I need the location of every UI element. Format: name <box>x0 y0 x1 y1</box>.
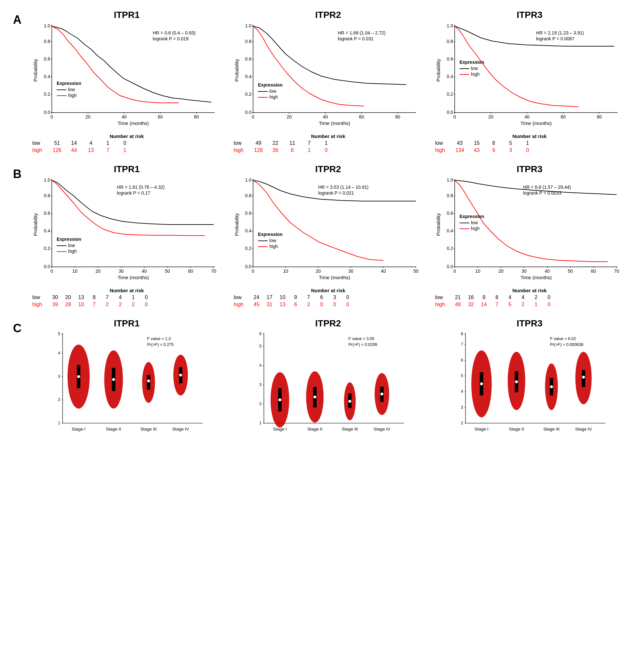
svg-text:Time (months): Time (months) <box>118 120 149 126</box>
svg-text:3: 3 <box>58 374 60 378</box>
plot-title-b-itpr1: ITPR1 <box>114 164 140 175</box>
plot-title-a-itpr1: ITPR1 <box>114 10 140 20</box>
svg-text:Probability: Probability <box>234 213 239 236</box>
svg-text:F value = 3.05: F value = 3.05 <box>349 337 375 341</box>
svg-text:1.0: 1.0 <box>44 177 50 182</box>
svg-point-303 <box>582 375 585 378</box>
plot-b-itpr2: ITPR2 0.0 0.2 0.4 0.6 0.8 1.0 <box>231 164 425 309</box>
svg-text:20: 20 <box>488 114 493 119</box>
svg-text:low: low <box>471 66 478 71</box>
svg-point-260 <box>278 398 281 401</box>
svg-text:HR = 1.81 (0.76 – 4.32): HR = 1.81 (0.76 – 4.32) <box>117 184 165 190</box>
svg-text:Time (months): Time (months) <box>319 275 350 280</box>
svg-text:Stage I: Stage I <box>273 426 287 431</box>
svg-text:Stage I: Stage I <box>72 426 85 431</box>
svg-text:1: 1 <box>58 420 60 425</box>
svg-text:40: 40 <box>121 114 127 119</box>
svg-text:0.6: 0.6 <box>245 56 252 61</box>
svg-text:Expression: Expression <box>258 232 282 237</box>
svg-text:low: low <box>68 243 75 248</box>
svg-text:5: 5 <box>461 374 463 378</box>
svg-text:logrank P = 0.021: logrank P = 0.021 <box>318 190 354 196</box>
svg-text:Probability: Probability <box>234 59 239 82</box>
svg-text:high: high <box>68 93 76 98</box>
violin-svg-c-itpr2: 1 2 3 4 5 6 F value = 3.05 Pr(>F) = 0.02… <box>237 330 419 440</box>
svg-text:F value = 6.02: F value = 6.02 <box>550 337 576 341</box>
risk-table-a-itpr3: Number at risk low 43 15 8 5 1 high 134 … <box>435 133 624 154</box>
svg-text:Probability: Probability <box>435 213 441 236</box>
svg-text:2: 2 <box>58 397 60 402</box>
svg-point-263 <box>314 395 317 398</box>
svg-text:60: 60 <box>591 268 596 274</box>
svg-text:Stage IV: Stage IV <box>374 426 390 431</box>
svg-text:70: 70 <box>211 268 216 274</box>
svg-text:0.4: 0.4 <box>245 228 252 233</box>
svg-text:Stage II: Stage II <box>307 426 322 431</box>
svg-text:20: 20 <box>96 268 101 274</box>
svg-text:Expression: Expression <box>258 82 282 88</box>
svg-text:0.8: 0.8 <box>447 193 453 198</box>
svg-text:80: 80 <box>194 114 199 119</box>
svg-text:60: 60 <box>359 114 364 119</box>
svg-text:7: 7 <box>461 342 463 347</box>
svg-text:10: 10 <box>283 268 289 274</box>
kaplan-svg-a-itpr1: 0.0 0.2 0.4 0.6 0.8 1.0 0 20 <box>32 21 221 132</box>
svg-text:30: 30 <box>119 268 124 274</box>
svg-text:0.2: 0.2 <box>245 91 252 96</box>
svg-text:0.4: 0.4 <box>245 74 252 79</box>
svg-text:5: 5 <box>260 344 262 348</box>
violin-svg-c-itpr3: 2 3 4 5 6 7 8 F value = 6.02 Pr(>F) = 0.… <box>438 330 621 440</box>
svg-text:40: 40 <box>381 268 386 274</box>
plot-title-c-itpr3: ITPR3 <box>517 318 542 329</box>
section-label-b: B <box>13 167 26 181</box>
section-a-plots: ITPR1 0.0 0.2 0.4 0.6 0.8 1.0 <box>29 10 627 154</box>
page: A ITPR1 0.0 0.2 0.4 0.6 0 <box>0 0 640 672</box>
svg-text:Stage III: Stage III <box>140 426 157 431</box>
svg-text:40: 40 <box>142 268 147 274</box>
svg-text:20: 20 <box>287 114 292 119</box>
svg-text:Expression: Expression <box>460 60 484 65</box>
svg-text:1.0: 1.0 <box>44 23 50 28</box>
svg-text:1: 1 <box>260 420 262 425</box>
plot-c-itpr2: ITPR2 1 2 3 4 5 6 F va <box>231 318 425 440</box>
svg-text:80: 80 <box>597 114 602 119</box>
risk-table-a-itpr2: Number at risk low 49 22 11 7 1 high 128… <box>234 133 422 154</box>
plot-a-itpr1: ITPR1 0.0 0.2 0.4 0.6 0.8 1.0 <box>29 10 224 154</box>
section-c: C ITPR1 1 2 3 4 5 <box>13 318 627 440</box>
kaplan-svg-a-itpr2: 0.0 0.2 0.4 0.6 0.8 1.0 0 20 40 <box>234 21 422 132</box>
svg-text:0.2: 0.2 <box>447 246 453 251</box>
svg-text:F value = 1.3: F value = 1.3 <box>147 337 171 341</box>
svg-text:Expression: Expression <box>57 81 81 86</box>
risk-table-b-itpr3: Number at risk low 21 16 9 8 4 4 2 0 hig… <box>435 288 624 309</box>
svg-text:0.6: 0.6 <box>44 56 50 61</box>
svg-text:Pr(>F) = 0.000638: Pr(>F) = 0.000638 <box>550 342 583 347</box>
svg-text:0.6: 0.6 <box>44 211 50 216</box>
svg-text:0: 0 <box>252 114 255 119</box>
svg-text:low: low <box>270 89 277 94</box>
risk-table-a-itpr1: Number at risk low 51 14 4 1 0 high 126 … <box>32 133 221 154</box>
svg-point-269 <box>381 392 384 395</box>
svg-text:0: 0 <box>453 268 456 274</box>
svg-text:Probability: Probability <box>32 213 38 236</box>
svg-text:0.0: 0.0 <box>44 110 50 115</box>
svg-point-266 <box>349 400 351 403</box>
plot-title-a-itpr2: ITPR2 <box>315 10 341 20</box>
svg-text:Stage II: Stage II <box>509 426 524 431</box>
plot-a-itpr2: ITPR2 0.0 0.2 0.4 0.6 0.8 1.0 0 <box>231 10 425 154</box>
svg-text:3: 3 <box>260 382 262 387</box>
svg-text:HR = 0.6 (0.4 – 0.93): HR = 0.6 (0.4 – 0.93) <box>153 30 195 35</box>
svg-text:50: 50 <box>413 268 419 274</box>
svg-text:60: 60 <box>158 114 163 119</box>
svg-text:Probability: Probability <box>435 59 441 82</box>
section-a: A ITPR1 0.0 0.2 0.4 0.6 0 <box>13 10 627 154</box>
section-c-plots: ITPR1 1 2 3 4 5 F val <box>29 318 627 440</box>
svg-text:logrank P = 0.17: logrank P = 0.17 <box>117 190 150 196</box>
plot-b-itpr3: ITPR3 0.0 0.2 0.4 0.6 0.8 1.0 0 <box>432 164 627 309</box>
svg-text:HR = 6.8 (1.57 – 29.44): HR = 6.8 (1.57 – 29.44) <box>523 184 571 190</box>
svg-text:4: 4 <box>58 351 60 355</box>
svg-text:logrank P = 0.0033: logrank P = 0.0033 <box>523 190 562 196</box>
svg-text:0.8: 0.8 <box>245 193 252 198</box>
kaplan-svg-a-itpr3: 0.0 0.2 0.4 0.6 0.8 1.0 0 20 40 <box>435 21 624 132</box>
svg-text:0.0: 0.0 <box>44 264 50 269</box>
svg-text:high: high <box>270 94 278 100</box>
